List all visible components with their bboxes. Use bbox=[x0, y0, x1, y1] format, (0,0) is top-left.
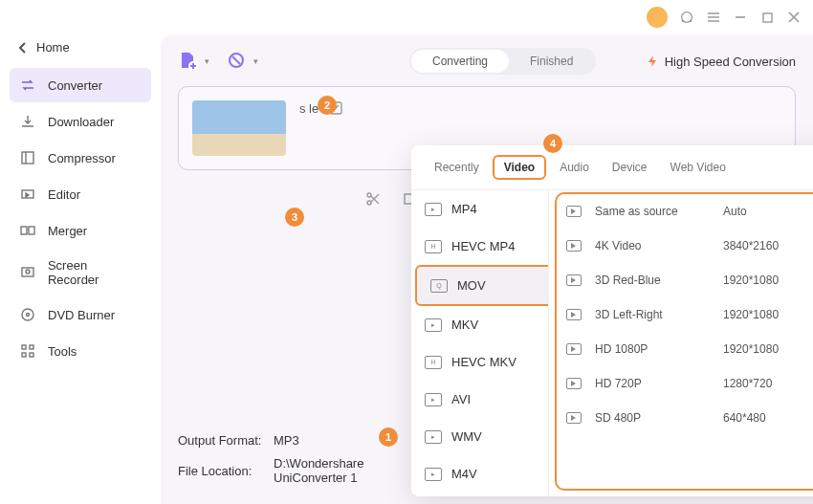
high-speed-toggle[interactable]: High Speed Conversion bbox=[646, 55, 796, 69]
res-name: Same as source bbox=[595, 205, 710, 218]
video-thumbnail[interactable] bbox=[192, 100, 286, 156]
format-hevc-mp4[interactable]: HHEVC MP4 bbox=[411, 228, 548, 265]
format-icon: H bbox=[425, 240, 442, 253]
add-url-icon[interactable] bbox=[227, 51, 248, 72]
format-dropdown: Recently Video Audio Device Web Video Se… bbox=[411, 145, 813, 496]
tab-audio[interactable]: Audio bbox=[550, 157, 599, 178]
chevron-down-icon[interactable]: ▾ bbox=[253, 56, 258, 66]
svg-rect-10 bbox=[22, 345, 26, 349]
format-wmv[interactable]: ▸WMV bbox=[411, 418, 548, 455]
video-icon bbox=[566, 412, 582, 424]
output-format-label: Output Format: bbox=[178, 433, 264, 448]
resolution-item[interactable]: 3D Red-Blue1920*1080 bbox=[549, 263, 813, 297]
format-mov[interactable]: QMOV bbox=[415, 265, 549, 306]
chevron-down-icon[interactable]: ▾ bbox=[205, 56, 209, 66]
sidebar-item-tools[interactable]: Tools bbox=[10, 334, 151, 368]
recorder-icon bbox=[19, 264, 36, 281]
res-name: SD 480P bbox=[595, 411, 710, 425]
resolution-item[interactable]: 4K Video3840*2160 bbox=[549, 229, 813, 263]
res-dim: 1920*1080 bbox=[723, 342, 813, 356]
video-icon bbox=[566, 206, 582, 217]
sidebar-item-dvd-burner[interactable]: DVD Burner bbox=[10, 297, 151, 332]
sidebar-label: Converter bbox=[48, 78, 102, 93]
menu-icon[interactable] bbox=[706, 10, 721, 25]
format-label: MKV bbox=[451, 318, 478, 332]
close-icon[interactable] bbox=[786, 10, 802, 25]
minimize-icon[interactable] bbox=[733, 10, 748, 25]
format-label: MOV bbox=[457, 278, 486, 293]
file-title: s le bbox=[299, 101, 319, 116]
tab-web-video[interactable]: Web Video bbox=[661, 157, 736, 178]
format-mkv[interactable]: ▸MKV bbox=[411, 306, 548, 343]
sidebar-label: Compressor bbox=[48, 151, 116, 165]
card-tool-row bbox=[365, 191, 417, 207]
tools-icon bbox=[19, 342, 36, 360]
tab-recently[interactable]: Recently bbox=[425, 157, 489, 178]
svg-rect-2 bbox=[22, 152, 33, 164]
add-file-icon[interactable] bbox=[178, 51, 199, 72]
resolution-item[interactable]: HD 1080P1920*1080 bbox=[549, 332, 813, 366]
status-segment: Converting Finished bbox=[409, 48, 596, 75]
compressor-icon bbox=[19, 149, 36, 166]
sidebar: Home Converter Downloader Compressor Edi… bbox=[0, 34, 161, 504]
format-label: HEVC MP4 bbox=[451, 239, 515, 253]
svg-point-8 bbox=[22, 309, 33, 320]
back-home[interactable]: Home bbox=[10, 34, 151, 60]
res-dim: 1920*1080 bbox=[723, 274, 813, 287]
resolution-item[interactable]: SD 480P640*480 bbox=[549, 401, 813, 435]
format-avi[interactable]: ▸AVI bbox=[411, 381, 548, 418]
format-icon: ▸ bbox=[425, 468, 442, 481]
svg-rect-12 bbox=[22, 353, 26, 357]
format-list: ▸MP4 HHEVC MP4 QMOV ▸MKV HHEVC MKV ▸AVI … bbox=[411, 190, 549, 496]
format-icon: ▸ bbox=[425, 393, 442, 406]
format-icon: ▸ bbox=[425, 318, 442, 332]
video-icon bbox=[566, 240, 582, 252]
resolution-item[interactable]: HD 720P1280*720 bbox=[549, 366, 813, 401]
svg-rect-4 bbox=[21, 227, 27, 234]
res-name: 3D Red-Blue bbox=[595, 274, 710, 287]
sidebar-item-screen-recorder[interactable]: Screen Recorder bbox=[10, 250, 151, 296]
format-mp4[interactable]: ▸MP4 bbox=[411, 190, 548, 228]
svg-point-7 bbox=[26, 270, 30, 274]
sidebar-label: Tools bbox=[48, 344, 77, 359]
sidebar-item-converter[interactable]: Converter bbox=[10, 68, 151, 102]
format-icon: ▸ bbox=[425, 430, 442, 444]
editor-icon bbox=[19, 186, 36, 203]
trim-icon[interactable] bbox=[365, 191, 381, 207]
svg-point-17 bbox=[367, 193, 371, 197]
sidebar-item-compressor[interactable]: Compressor bbox=[10, 141, 151, 175]
format-label: AVI bbox=[451, 392, 471, 406]
sidebar-item-editor[interactable]: Editor bbox=[10, 177, 151, 211]
res-name: HD 720P bbox=[595, 377, 710, 390]
format-icon: ▸ bbox=[425, 203, 442, 216]
tab-video[interactable]: Video bbox=[493, 155, 546, 180]
user-avatar[interactable] bbox=[647, 7, 668, 28]
tab-device[interactable]: Device bbox=[603, 157, 657, 178]
svg-rect-5 bbox=[29, 227, 34, 234]
tab-finished[interactable]: Finished bbox=[509, 50, 594, 73]
format-hevc-mkv[interactable]: HHEVC MKV bbox=[411, 343, 548, 381]
support-icon[interactable] bbox=[679, 10, 694, 25]
home-label: Home bbox=[36, 40, 70, 55]
sidebar-label: Editor bbox=[48, 187, 80, 202]
sidebar-item-merger[interactable]: Merger bbox=[10, 213, 151, 248]
sidebar-label: DVD Burner bbox=[48, 308, 115, 322]
res-name: 3D Left-Right bbox=[595, 308, 710, 321]
high-speed-label: High Speed Conversion bbox=[665, 55, 796, 69]
format-label: MP4 bbox=[451, 202, 477, 216]
res-dim: 3840*2160 bbox=[723, 239, 813, 252]
output-format-value[interactable]: MP3 bbox=[274, 433, 427, 448]
svg-rect-13 bbox=[30, 353, 33, 357]
res-name: HD 1080P bbox=[595, 342, 710, 356]
step-badge-1: 1 bbox=[379, 427, 398, 447]
resolution-item[interactable]: Same as sourceAuto bbox=[549, 194, 813, 229]
main-panel: ▾ ▾ Converting Finished High Speed Conve… bbox=[161, 34, 813, 504]
download-icon bbox=[19, 113, 36, 130]
sidebar-item-downloader[interactable]: Downloader bbox=[10, 104, 151, 139]
tab-converting[interactable]: Converting bbox=[411, 50, 509, 73]
file-location-value[interactable]: D:\Wondershare UniConverter 1 bbox=[274, 456, 427, 485]
resolution-item[interactable]: 3D Left-Right1920*1080 bbox=[549, 297, 813, 332]
video-icon bbox=[566, 378, 582, 389]
maximize-icon[interactable] bbox=[759, 10, 775, 25]
format-m4v[interactable]: ▸M4V bbox=[411, 455, 548, 493]
